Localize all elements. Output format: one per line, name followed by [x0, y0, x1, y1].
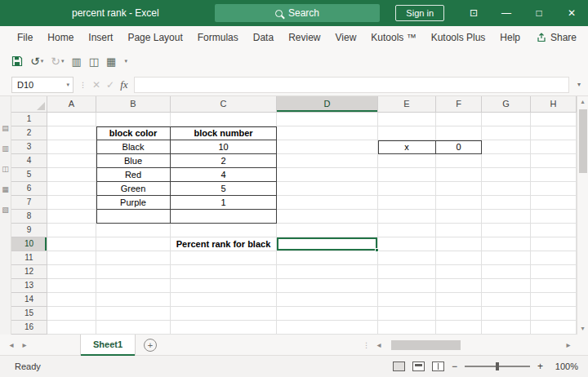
cell-C14[interactable] — [171, 293, 277, 307]
cell-E10[interactable] — [378, 237, 436, 251]
cell-C11[interactable] — [171, 251, 277, 265]
cell-H16[interactable] — [531, 321, 577, 335]
kutools-print-icon[interactable]: ◫ — [2, 165, 9, 173]
ribbon-tab-home[interactable]: Home — [40, 26, 81, 49]
cell-E3[interactable]: x — [378, 140, 436, 154]
cell-E8[interactable] — [378, 210, 436, 224]
cell-A10[interactable] — [47, 237, 96, 251]
kutools-grid-icon[interactable]: ▦ — [2, 185, 9, 193]
redo-button[interactable]: ↻ ▾ — [51, 55, 64, 67]
cell-D16[interactable] — [277, 321, 378, 335]
cell-B10[interactable] — [96, 237, 171, 251]
cell-B15[interactable] — [96, 307, 171, 321]
redo-dropdown-icon[interactable]: ▾ — [61, 58, 65, 64]
column-header-G[interactable]: G — [482, 96, 531, 113]
cell-G9[interactable] — [482, 224, 531, 237]
cell-D13[interactable] — [277, 279, 378, 293]
cell-E9[interactable] — [378, 224, 436, 237]
row-header-13[interactable]: 13 — [11, 279, 47, 293]
cell-A1[interactable] — [47, 113, 96, 126]
cell-B11[interactable] — [96, 251, 171, 265]
cell-D11[interactable] — [277, 251, 378, 265]
undo-button[interactable]: ↺ ▾ — [30, 55, 43, 67]
cell-C3[interactable]: 10 — [171, 140, 277, 154]
row-header-14[interactable]: 14 — [11, 293, 47, 307]
name-box[interactable]: D10 ▾ — [11, 77, 74, 93]
cell-D2[interactable] — [277, 126, 378, 140]
kutools-find-icon[interactable]: ▧ — [2, 206, 9, 214]
scroll-left-icon[interactable]: ◂ — [372, 340, 385, 349]
cell-D12[interactable] — [277, 265, 378, 279]
cell-F3[interactable]: 0 — [436, 140, 482, 154]
cell-F14[interactable] — [436, 293, 482, 307]
cell-E4[interactable] — [378, 154, 436, 168]
cell-E16[interactable] — [378, 321, 436, 335]
row-header-3[interactable]: 3 — [11, 140, 47, 154]
sheet-prev-icon[interactable]: ◂ — [5, 340, 18, 349]
cell-G5[interactable] — [482, 168, 531, 182]
sheet-next-icon[interactable]: ▸ — [18, 340, 31, 349]
cell-B16[interactable] — [96, 321, 171, 335]
cell-D10[interactable] — [277, 237, 378, 251]
cell-G11[interactable] — [482, 251, 531, 265]
cell-D7[interactable] — [277, 196, 378, 210]
scroll-right-icon[interactable]: ▸ — [562, 340, 575, 349]
cell-D14[interactable] — [277, 293, 378, 307]
row-header-4[interactable]: 4 — [11, 154, 47, 168]
cell-A3[interactable] — [47, 140, 96, 154]
cell-H7[interactable] — [531, 196, 577, 210]
cell-E2[interactable] — [378, 126, 436, 140]
cell-D8[interactable] — [277, 210, 378, 224]
row-header-10[interactable]: 10 — [11, 237, 47, 251]
cell-G10[interactable] — [482, 237, 531, 251]
column-header-F[interactable]: F — [436, 96, 482, 113]
row-header-1[interactable]: 1 — [11, 113, 47, 126]
sheet-tab-sheet1[interactable]: Sheet1 — [80, 335, 136, 356]
cell-H8[interactable] — [531, 210, 577, 224]
vertical-scrollbar[interactable]: ▴ ▾ — [577, 96, 588, 335]
cell-F12[interactable] — [436, 265, 482, 279]
add-sheet-button[interactable]: + — [144, 339, 157, 352]
cell-F4[interactable] — [436, 154, 482, 168]
cell-C2[interactable]: block number — [171, 126, 277, 140]
horizontal-scrollbar[interactable]: ⋮ ◂ ▸ — [363, 335, 575, 355]
cell-D4[interactable] — [277, 154, 378, 168]
cell-G3[interactable] — [482, 140, 531, 154]
cell-F16[interactable] — [436, 321, 482, 335]
cell-G4[interactable] — [482, 154, 531, 168]
cell-E5[interactable] — [378, 168, 436, 182]
cell-B5[interactable]: Red — [96, 168, 171, 182]
zoom-slider[interactable] — [465, 366, 530, 367]
cell-A5[interactable] — [47, 168, 96, 182]
ribbon-tab-insert[interactable]: Insert — [81, 26, 120, 49]
ribbon-tab-help[interactable]: Help — [492, 26, 528, 49]
cell-H14[interactable] — [531, 293, 577, 307]
cell-B8[interactable] — [96, 210, 171, 224]
row-header-6[interactable]: 6 — [11, 182, 47, 196]
cell-D9[interactable] — [277, 224, 378, 237]
normal-view-icon[interactable] — [393, 361, 405, 371]
horizontal-scroll-track[interactable] — [388, 335, 559, 355]
column-header-B[interactable]: B — [96, 96, 171, 113]
cell-H10[interactable] — [531, 237, 577, 251]
vertical-scroll-thumb[interactable] — [579, 109, 587, 173]
cell-C12[interactable] — [171, 265, 277, 279]
cell-D3[interactable] — [277, 140, 378, 154]
zoom-out-icon[interactable]: − — [452, 361, 457, 372]
cell-H6[interactable] — [531, 182, 577, 196]
cell-C16[interactable] — [171, 321, 277, 335]
ribbon-tab-review[interactable]: Review — [281, 26, 327, 49]
cell-G16[interactable] — [482, 321, 531, 335]
cell-F9[interactable] — [436, 224, 482, 237]
maximize-icon[interactable]: □ — [523, 0, 555, 26]
scroll-down-icon[interactable]: ▾ — [581, 323, 584, 335]
enter-icon[interactable]: ✓ — [106, 79, 114, 91]
row-header-8[interactable]: 8 — [11, 210, 47, 224]
cell-E1[interactable] — [378, 113, 436, 126]
row-header-5[interactable]: 5 — [11, 168, 47, 182]
ribbon-tab-page-layout[interactable]: Page Layout — [120, 26, 189, 49]
name-box-dropdown-icon[interactable]: ▾ — [66, 82, 69, 88]
ribbon-tab-formulas[interactable]: Formulas — [190, 26, 246, 49]
cell-H9[interactable] — [531, 224, 577, 237]
cell-C13[interactable] — [171, 279, 277, 293]
